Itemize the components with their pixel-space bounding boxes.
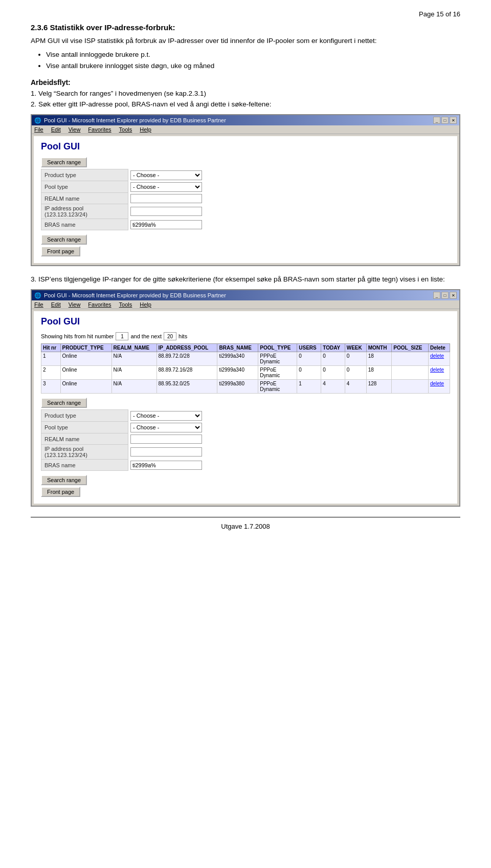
menu-file-2[interactable]: File [34, 301, 43, 308]
form-row-pool-type-1: Pool type - Choose - [41, 181, 450, 193]
input-realm-1[interactable] [130, 194, 202, 203]
minimize-btn-2[interactable]: _ [433, 292, 440, 299]
pool-gui-title-1: Pool GUI [41, 141, 450, 152]
cell-bras-name: ti2999a340 [217, 366, 258, 380]
select-pool-type-1[interactable]: - Choose - [130, 182, 202, 192]
titlebar-left-2: 🌐 Pool GUI - Microsoft Internet Explorer… [34, 292, 226, 299]
cell-pool-size [392, 380, 429, 394]
label-realm-2: REALM name [41, 433, 128, 445]
menu-view-1[interactable]: View [69, 126, 81, 133]
cell-users: 0 [297, 352, 321, 366]
select-pool-type-2[interactable]: - Choose - [130, 423, 202, 432]
menu-help-1[interactable]: Help [140, 126, 151, 133]
menu-edit-2[interactable]: Edit [51, 301, 61, 308]
table-row: 1OnlineN/A88.89.72.0/28ti2999a340PPPoE D… [41, 352, 450, 366]
form-table-2: Product type - Choose - Pool type - Choo… [41, 409, 450, 471]
delete-link[interactable]: delete [430, 381, 444, 386]
input-ip-1[interactable] [130, 207, 202, 216]
input-cell-ip-2 [128, 445, 450, 460]
minimize-btn-1[interactable]: _ [433, 117, 440, 124]
browser-title-2: Pool GUI - Microsoft Internet Explorer p… [44, 292, 226, 298]
menu-tools-1[interactable]: Tools [119, 126, 132, 133]
search-range-btn-top-2[interactable]: Search range [41, 398, 87, 408]
col-product-type: PRODUCT_TYPE [60, 344, 111, 352]
input-bras-2[interactable] [130, 461, 202, 470]
col-users: USERS [297, 344, 321, 352]
input-bras-1[interactable] [130, 220, 202, 229]
menu-file-1[interactable]: File [34, 126, 43, 133]
hits-input-1[interactable] [116, 332, 128, 340]
cell-users: 0 [297, 366, 321, 380]
cell-delete[interactable]: delete [428, 366, 450, 380]
cell-delete[interactable]: delete [428, 352, 450, 366]
step-1: 1. Velg “Search for ranges” i hovedmenye… [31, 90, 460, 97]
bullet-item-2: Vise antall brukere innlogget siste døgn… [46, 60, 460, 72]
label-ip-2: IP address pool (123.123.123/24) [41, 445, 128, 460]
hits-input-2[interactable] [164, 332, 176, 340]
cell-today: 0 [321, 366, 345, 380]
menu-edit-1[interactable]: Edit [51, 126, 61, 133]
browser-content-2: Pool GUI Showing hits from hit number an… [34, 311, 457, 504]
intro-text: APM GUI vil vise ISP statistikk på forbr… [31, 36, 460, 46]
menu-favorites-2[interactable]: Favorites [88, 301, 111, 308]
label-product-type-2: Product type [41, 410, 128, 422]
form-table-1: Product type - Choose - Pool type - Choo… [41, 169, 450, 230]
cell-delete[interactable]: delete [428, 380, 450, 394]
col-ip-pool: IP_ADDRESS_POOL [157, 344, 217, 352]
front-page-btn-2[interactable]: Front page [41, 487, 80, 497]
hits-label-1: Showing hits from hit number [41, 333, 114, 339]
form-row-product-type-2: Product type - Choose - [41, 410, 450, 422]
label-pool-type-1: Pool type [41, 181, 128, 193]
close-btn-1[interactable]: ✕ [450, 117, 457, 124]
menu-tools-2[interactable]: Tools [119, 301, 132, 308]
form-row-ip-2: IP address pool (123.123.123/24) [41, 445, 450, 460]
cell-bras-name: ti2999a340 [217, 352, 258, 366]
cell-bras-name: ti2999a380 [217, 380, 258, 394]
step-1-number: 1. [31, 90, 36, 97]
cell-month: 18 [366, 366, 392, 380]
cell-today: 0 [321, 352, 345, 366]
browser-titlebar-1: 🌐 Pool GUI - Microsoft Internet Explorer… [32, 115, 459, 125]
col-month: MONTH [366, 344, 392, 352]
step-3-number: 3. [31, 275, 36, 283]
search-range-btn-bottom-2[interactable]: Search range [41, 475, 87, 485]
cell-product-type: Online [60, 352, 111, 366]
footer: Utgave 1.7.2008 [31, 517, 460, 530]
cell-pool-type: PPPoE Dynamic [258, 352, 297, 366]
step-1-text: Velg “Search for ranges” i hovedmenyen (… [38, 90, 206, 97]
form-row-pool-type-2: Pool type - Choose - [41, 422, 450, 433]
label-bras-1: BRAS name [41, 219, 128, 230]
hits-label-3: hits [178, 333, 187, 339]
menu-favorites-1[interactable]: Favorites [88, 126, 111, 133]
close-btn-2[interactable]: ✕ [450, 292, 457, 299]
menu-view-2[interactable]: View [69, 301, 81, 308]
browser-titlebar-2: 🌐 Pool GUI - Microsoft Internet Explorer… [32, 290, 459, 300]
pool-gui-title-2: Pool GUI [41, 316, 450, 327]
col-bras-name: BRAS_NAME [217, 344, 258, 352]
delete-link[interactable]: delete [430, 367, 444, 373]
search-range-btn-bottom-1[interactable]: Search range [41, 234, 87, 245]
front-page-btn-1[interactable]: Front page [41, 246, 80, 256]
cell-pool-size [392, 352, 429, 366]
cell-product-type: Online [60, 366, 111, 380]
step-2: 2. Søk etter gitt IP-adresse pool, BRAS-… [31, 100, 460, 108]
cell-ip-pool: 88.89.72.0/28 [157, 352, 217, 366]
titlebar-left-1: 🌐 Pool GUI - Microsoft Internet Explorer… [34, 117, 226, 124]
select-product-type-2[interactable]: - Choose - [130, 411, 202, 421]
input-ip-2[interactable] [130, 447, 202, 457]
delete-link[interactable]: delete [430, 353, 444, 359]
search-range-btn-top-1[interactable]: Search range [41, 157, 87, 167]
browser-content-1: Pool GUI Search range Product type - Cho… [34, 136, 457, 263]
input-cell-product-type-1: - Choose - [128, 169, 450, 181]
form-row-bras-2: BRAS name [41, 460, 450, 471]
input-realm-2[interactable] [130, 435, 202, 444]
menu-help-2[interactable]: Help [140, 301, 151, 308]
browser-icon-2: 🌐 [34, 292, 41, 299]
maximize-btn-2[interactable]: □ [441, 292, 449, 299]
browser-title-1: Pool GUI - Microsoft Internet Explorer p… [44, 117, 226, 123]
select-product-type-1[interactable]: - Choose - [130, 170, 202, 180]
col-pool-type: POOL_TYPE [258, 344, 297, 352]
maximize-btn-1[interactable]: □ [441, 117, 449, 124]
workflow-title: Arbeidsflyt: [31, 78, 460, 86]
titlebar-buttons-2: _ □ ✕ [433, 292, 457, 299]
